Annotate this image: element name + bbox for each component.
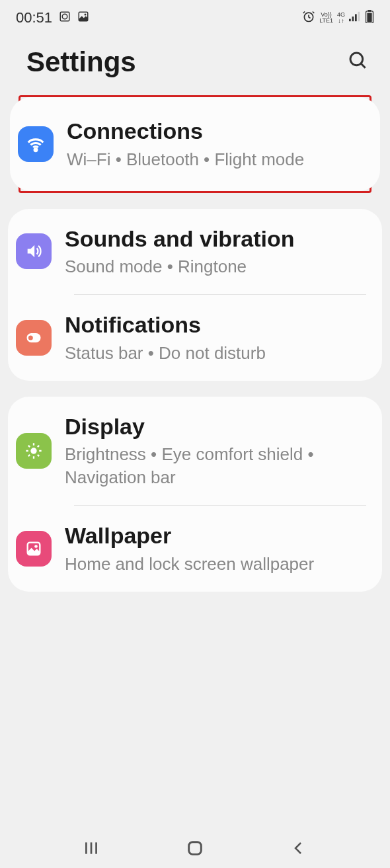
settings-text: Connections Wi–Fi • Bluetooth • Flight m…: [67, 117, 364, 171]
svg-line-25: [38, 446, 39, 447]
battery-icon: [365, 10, 374, 26]
settings-group-highlighted: Connections Wi–Fi • Bluetooth • Flight m…: [19, 95, 371, 193]
settings-item-title: Connections: [67, 117, 364, 145]
svg-point-16: [28, 335, 33, 340]
svg-rect-6: [352, 17, 354, 21]
svg-rect-5: [349, 19, 351, 22]
settings-item-subtitle: Status bar • Do not disturb: [65, 342, 366, 365]
svg-line-23: [38, 455, 39, 456]
settings-item-title: Notifications: [65, 311, 366, 339]
svg-line-24: [28, 455, 30, 456]
svg-point-27: [34, 545, 38, 548]
alarm-icon: [302, 10, 315, 26]
nav-back-button[interactable]: [282, 835, 315, 861]
clock-app-icon: [59, 11, 71, 25]
network-indicator: 4G ↓↑: [337, 12, 345, 24]
settings-list: Connections Wi–Fi • Bluetooth • Flight m…: [0, 95, 390, 592]
back-icon: [291, 840, 307, 856]
settings-group: Display Brightness • Eye comfort shield …: [8, 397, 382, 592]
svg-rect-8: [358, 12, 360, 21]
settings-item-title: Wallpaper: [65, 522, 366, 550]
nav-home-button[interactable]: [178, 835, 212, 861]
settings-group: Sounds and vibration Sound mode • Ringto…: [8, 209, 382, 381]
settings-item-display[interactable]: Display Brightness • Eye comfort shield …: [8, 397, 382, 506]
svg-rect-0: [60, 12, 69, 21]
svg-point-3: [85, 14, 87, 16]
settings-item-title: Display: [65, 413, 366, 441]
page-title: Settings: [26, 46, 136, 78]
wifi-icon: [18, 126, 54, 162]
nav-recents-button[interactable]: [75, 835, 108, 861]
recents-icon: [83, 840, 100, 857]
svg-line-22: [28, 446, 30, 447]
settings-text: Wallpaper Home and lock screen wallpaper: [65, 522, 366, 576]
settings-item-subtitle: Sound mode • Ringtone: [65, 255, 366, 278]
settings-item-notifications[interactable]: Notifications Status bar • Do not distur…: [8, 295, 382, 381]
notifications-icon: [16, 320, 52, 356]
sound-icon: [16, 233, 52, 269]
settings-text: Display Brightness • Eye comfort shield …: [65, 413, 366, 490]
search-button[interactable]: [342, 45, 374, 79]
settings-item-sounds[interactable]: Sounds and vibration Sound mode • Ringto…: [8, 209, 382, 295]
settings-item-subtitle: Wi–Fi • Bluetooth • Flight mode: [67, 148, 364, 171]
status-right: Vo)) LTE1 4G ↓↑: [302, 10, 374, 26]
svg-point-1: [62, 14, 67, 19]
status-bar: 00:51 Vo)) LTE1 4G ↓↑: [0, 0, 390, 33]
settings-text: Notifications Status bar • Do not distur…: [65, 311, 366, 365]
status-left: 00:51: [16, 9, 89, 26]
search-icon: [348, 50, 369, 71]
settings-item-subtitle: Home and lock screen wallpaper: [65, 553, 366, 576]
signal-icon: [349, 11, 361, 24]
header: Settings: [0, 33, 390, 95]
svg-point-12: [350, 53, 363, 65]
gallery-app-icon: [77, 11, 89, 25]
settings-text: Sounds and vibration Sound mode • Ringto…: [65, 225, 366, 279]
settings-item-wallpaper[interactable]: Wallpaper Home and lock screen wallpaper: [8, 506, 382, 592]
settings-item-connections[interactable]: Connections Wi–Fi • Bluetooth • Flight m…: [10, 101, 380, 187]
brightness-icon: [16, 433, 52, 469]
status-time: 00:51: [16, 9, 52, 26]
volte-indicator: Vo)) LTE1: [319, 12, 333, 24]
svg-rect-7: [355, 14, 357, 21]
settings-item-title: Sounds and vibration: [65, 225, 366, 253]
svg-rect-31: [189, 842, 202, 855]
navigation-bar: [0, 828, 390, 868]
svg-rect-11: [367, 13, 371, 22]
home-icon: [186, 839, 204, 857]
svg-point-14: [34, 149, 37, 151]
settings-item-subtitle: Brightness • Eye comfort shield • Naviga…: [65, 443, 366, 489]
svg-point-17: [30, 448, 36, 454]
wallpaper-icon: [16, 531, 52, 567]
svg-line-13: [361, 63, 366, 68]
